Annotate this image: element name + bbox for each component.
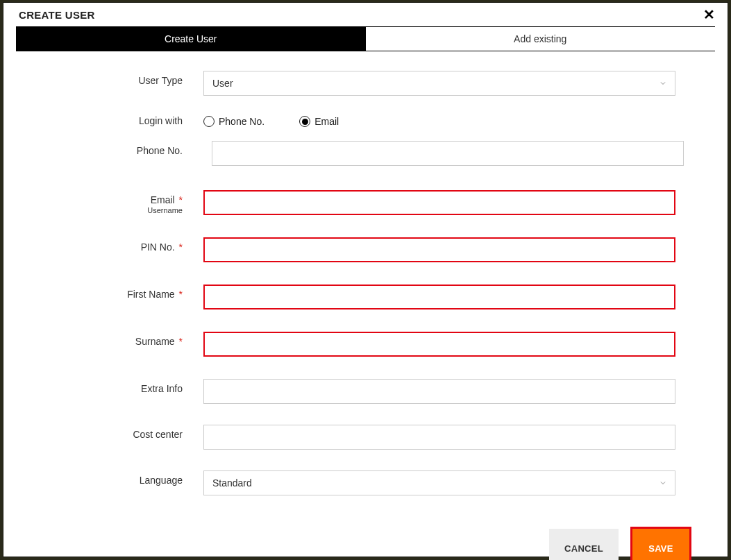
tab-add-existing[interactable]: Add existing [366,27,716,51]
row-surname: Surname * [31,332,675,357]
radio-phone-label: Phone No. [219,116,264,127]
label-email-sub: Username [31,206,183,214]
label-cost-center-text: Cost center [133,429,183,440]
row-extra-info: Extra Info [31,379,675,404]
row-login-with: Login with Phone No. Email [31,113,675,127]
row-phone: Phone No. [31,141,675,166]
label-language: Language [31,470,203,486]
label-cost-center: Cost center [31,425,203,440]
create-user-modal: CREATE USER ✕ Create User Add existing U… [3,3,728,557]
email-input[interactable] [203,190,675,215]
label-pin: PIN No. * [31,237,203,253]
label-phone-text: Phone No. [137,145,183,156]
close-icon[interactable]: ✕ [703,8,715,22]
label-user-type-text: User Type [138,75,183,86]
label-login-with: Login with [31,113,203,126]
label-extra-info: Extra Info [31,379,203,394]
radio-email-label: Email [314,116,339,127]
label-extra-info-text: Extra Info [141,383,183,394]
save-button[interactable]: SAVE [632,529,689,560]
required-marker: * [179,336,183,347]
phone-input[interactable] [212,141,684,166]
label-email: Email * Username [31,190,203,214]
row-first-name: First Name * [31,285,675,309]
label-email-text: Email [151,194,175,205]
select-language[interactable]: Standard [203,470,675,495]
label-surname: Surname * [31,332,203,347]
required-marker: * [179,241,183,253]
label-first-name-text: First Name [127,289,174,300]
radio-group-login: Phone No. Email [203,113,675,127]
select-user-type-wrap: User [203,71,675,96]
footer: CANCEL SAVE [3,509,728,560]
tab-create-user[interactable]: Create User [16,27,366,51]
radio-icon [299,116,310,127]
required-marker: * [179,289,183,300]
first-name-input[interactable] [203,285,675,309]
pin-input[interactable] [203,237,675,262]
select-user-type[interactable]: User [203,71,675,96]
cost-center-input[interactable] [203,425,675,450]
select-language-wrap: Standard [203,470,675,495]
extra-info-input[interactable] [203,379,675,404]
label-first-name: First Name * [31,285,203,300]
radio-email[interactable]: Email [299,116,339,127]
radio-phone[interactable]: Phone No. [203,116,264,127]
row-email: Email * Username [31,190,675,215]
required-marker: * [179,194,183,205]
surname-input[interactable] [203,332,675,357]
cancel-button[interactable]: CANCEL [549,529,619,560]
label-phone: Phone No. [31,141,203,156]
label-login-with-text: Login with [139,115,183,126]
radio-icon [203,116,215,127]
row-cost-center: Cost center [31,425,675,450]
row-language: Language Standard [31,470,675,495]
row-user-type: User Type User [31,71,675,96]
label-surname-text: Surname [135,336,175,347]
label-pin-text: PIN No. [141,241,175,253]
modal-header: CREATE USER ✕ [3,3,728,26]
label-language-text: Language [140,475,183,486]
modal-title: CREATE USER [19,9,95,21]
label-user-type: User Type [31,71,203,86]
form: User Type User Login with [3,51,728,509]
tabs: Create User Add existing [16,26,715,51]
row-pin: PIN No. * [31,237,675,262]
